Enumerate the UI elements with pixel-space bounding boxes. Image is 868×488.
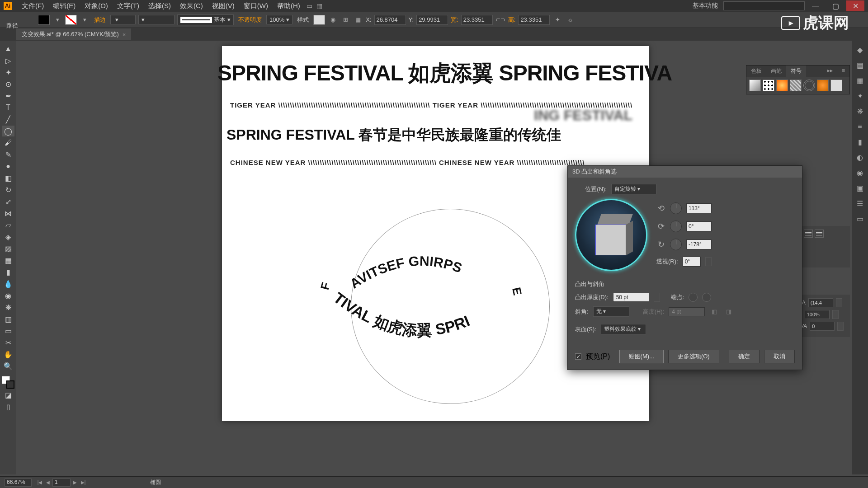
menu-window[interactable]: 窗口(W) <box>239 2 273 10</box>
stroke-style-dropdown[interactable]: 基本▾ <box>177 14 234 25</box>
menu-effect[interactable]: 效果(C) <box>175 2 208 10</box>
shape-icon[interactable]: ✦ <box>552 15 562 25</box>
magic-wand-tool-icon[interactable]: ✦ <box>2 67 14 78</box>
rotate-z-dial[interactable] <box>670 239 682 250</box>
close-icon[interactable]: ✕ <box>846 0 864 11</box>
dock-transparency-icon[interactable]: ◐ <box>854 152 865 163</box>
position-dropdown[interactable]: 自定旋转 ▾ <box>611 184 656 194</box>
brush-dropdown[interactable]: ▾ <box>138 15 175 24</box>
lasso-tool-icon[interactable]: ⊙ <box>2 79 14 89</box>
dock-color-guide-icon[interactable]: ▤ <box>854 60 865 70</box>
perspective-tool-icon[interactable]: ▨ <box>2 243 14 254</box>
dock-graphic-styles-icon[interactable]: ▣ <box>854 183 865 193</box>
fill-dropdown-icon[interactable]: ▾ <box>52 15 62 25</box>
ellipse-tool-icon[interactable]: ◯ <box>2 126 14 136</box>
line-tool-icon[interactable]: ╱ <box>2 114 14 125</box>
dock-swatches-icon[interactable]: ▦ <box>854 75 865 86</box>
pen-tool-icon[interactable]: ✒ <box>2 90 14 101</box>
selection-tool-icon[interactable]: ▲ <box>2 43 14 54</box>
document-tab[interactable]: 文变效果.ai* @ 66.67% (CMYK/预览) × <box>16 28 131 40</box>
symbol-swatch-4[interactable] <box>790 80 802 91</box>
blob-brush-tool-icon[interactable]: ● <box>2 161 14 172</box>
menu-select[interactable]: 选择(S) <box>144 2 175 10</box>
graphic-style-swatch[interactable] <box>313 15 325 25</box>
stroke-swatch[interactable] <box>65 15 77 25</box>
dock-gradient-icon[interactable]: ▮ <box>854 136 865 147</box>
extrude-depth-input[interactable] <box>613 293 649 302</box>
map-art-button[interactable]: 贴图(M)... <box>619 350 664 363</box>
dock-stroke-icon[interactable]: ≡ <box>854 121 865 132</box>
bevel-dropdown[interactable]: 无 ▾ <box>593 306 629 317</box>
leading-stepper[interactable] <box>836 298 842 307</box>
dialog-title[interactable]: 3D 凸出和斜角选 <box>568 166 802 178</box>
dock-appearance-icon[interactable]: ◉ <box>854 167 865 178</box>
first-artboard-icon[interactable]: |◀ <box>36 479 43 486</box>
slice-tool-icon[interactable]: ✂ <box>2 337 14 348</box>
prev-artboard-icon[interactable]: ◀ <box>44 479 52 486</box>
justify-all-icon[interactable] <box>815 230 824 238</box>
panel-collapse-icon[interactable]: ▸▸ <box>823 66 837 77</box>
symbol-swatch-2[interactable] <box>763 80 774 91</box>
opacity-label[interactable]: 不透明度 <box>238 16 262 24</box>
minimize-icon[interactable]: ― <box>807 0 825 11</box>
symbol-swatch-1[interactable] <box>749 80 761 91</box>
tracking-input[interactable] <box>810 322 835 331</box>
leading-input[interactable] <box>808 298 833 307</box>
rotation-cube-preview[interactable] <box>575 199 647 271</box>
symbol-swatch-3[interactable] <box>776 80 788 91</box>
type-tool-icon[interactable]: T <box>2 102 14 113</box>
link-wh-icon[interactable]: ⊂⊃ <box>495 15 505 25</box>
cap-off-icon[interactable] <box>702 293 711 302</box>
hand-tool-icon[interactable]: ✋ <box>2 349 14 360</box>
menu-view[interactable]: 视图(V) <box>208 2 239 10</box>
stroke-dropdown-icon[interactable]: ▾ <box>80 15 90 25</box>
stroke-label[interactable]: 描边 <box>94 16 106 24</box>
w-input[interactable] <box>461 15 493 25</box>
menu-type[interactable]: 文字(T) <box>113 2 144 10</box>
eraser-tool-icon[interactable]: ◧ <box>2 173 14 183</box>
symbol-swatch-5[interactable] <box>803 80 815 91</box>
arrange-icon[interactable]: ▦ <box>315 1 325 11</box>
opacity-input[interactable]: 100%▾ <box>266 15 292 24</box>
mesh-tool-icon[interactable]: ▦ <box>2 255 14 266</box>
recolor-icon[interactable]: ◉ <box>328 15 338 25</box>
preview-checkbox[interactable]: ✓ <box>575 353 581 360</box>
menu-edit[interactable]: 编辑(E) <box>48 2 80 10</box>
color-mode-icon[interactable]: ◪ <box>2 389 14 400</box>
graph-tool-icon[interactable]: ▥ <box>2 314 14 324</box>
rotate-tool-icon[interactable]: ↻ <box>2 184 14 195</box>
direct-selection-tool-icon[interactable]: ▷ <box>2 55 14 66</box>
tab-close-icon[interactable]: × <box>123 31 126 38</box>
menu-object[interactable]: 对象(O) <box>80 2 113 10</box>
maximize-icon[interactable]: ▢ <box>826 0 844 11</box>
dock-color-icon[interactable]: ◆ <box>854 44 865 55</box>
panel-tab-swatches[interactable]: 色板 <box>746 66 766 77</box>
shape-builder-tool-icon[interactable]: ◈ <box>2 231 14 242</box>
perspective-stepper[interactable] <box>705 257 712 266</box>
width-tool-icon[interactable]: ⋈ <box>2 208 14 219</box>
dock-brushes-icon[interactable]: ✦ <box>854 90 865 101</box>
dock-layers-icon[interactable]: ☰ <box>854 198 865 209</box>
hscale-stepper[interactable] <box>832 310 839 319</box>
last-artboard-icon[interactable]: ▶| <box>80 479 87 486</box>
rotate-y-dial[interactable] <box>670 221 682 232</box>
more-options-button[interactable]: 更多选项(O) <box>668 350 719 363</box>
stroke-weight-input[interactable]: ▾ <box>110 15 136 24</box>
ok-button[interactable]: 确定 <box>729 350 760 363</box>
blend-tool-icon[interactable]: ◉ <box>2 290 14 301</box>
zoom-input[interactable]: 66.67% <box>5 479 32 487</box>
justify-right-icon[interactable] <box>804 230 813 238</box>
dock-symbols-icon[interactable]: ❋ <box>854 106 865 117</box>
bridge-icon[interactable]: ▭ <box>305 1 315 11</box>
hscale-input[interactable] <box>805 310 830 319</box>
zoom-tool-icon[interactable]: 🔍 <box>2 361 14 371</box>
rotate-x-input[interactable] <box>686 203 712 213</box>
gradient-tool-icon[interactable]: ▮ <box>2 267 14 277</box>
symbol-swatch-6[interactable] <box>817 80 829 91</box>
y-input[interactable] <box>416 15 448 25</box>
dock-artboards-icon[interactable]: ▭ <box>854 213 865 224</box>
perspective-input[interactable] <box>683 257 701 267</box>
free-transform-tool-icon[interactable]: ▱ <box>2 220 14 230</box>
h-input[interactable] <box>518 15 550 25</box>
panel-menu-icon[interactable]: ≡ <box>837 66 849 77</box>
